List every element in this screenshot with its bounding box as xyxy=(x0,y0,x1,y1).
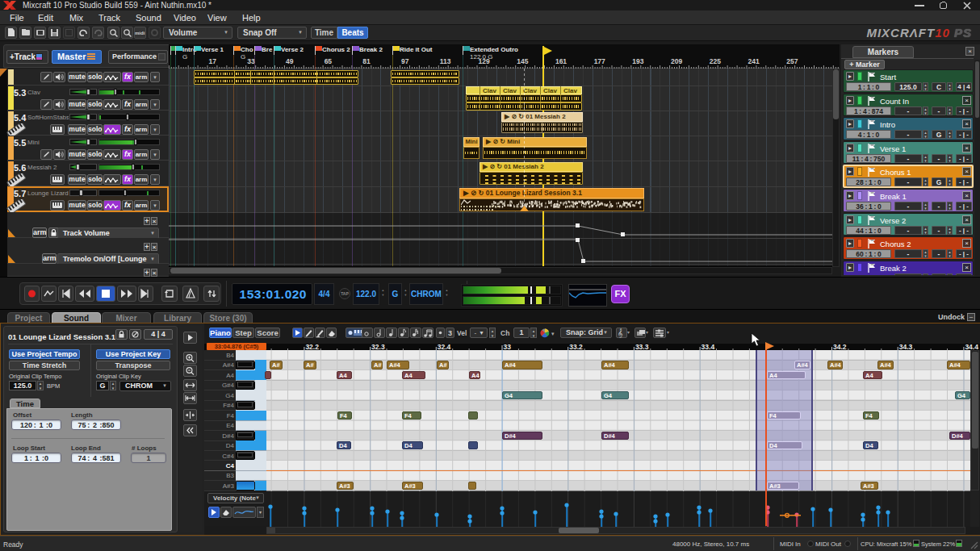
svg-text:▾: ▾ xyxy=(551,331,555,336)
svg-text:𝄞: 𝄞 xyxy=(618,328,623,338)
svg-text:3: 3 xyxy=(448,329,452,337)
